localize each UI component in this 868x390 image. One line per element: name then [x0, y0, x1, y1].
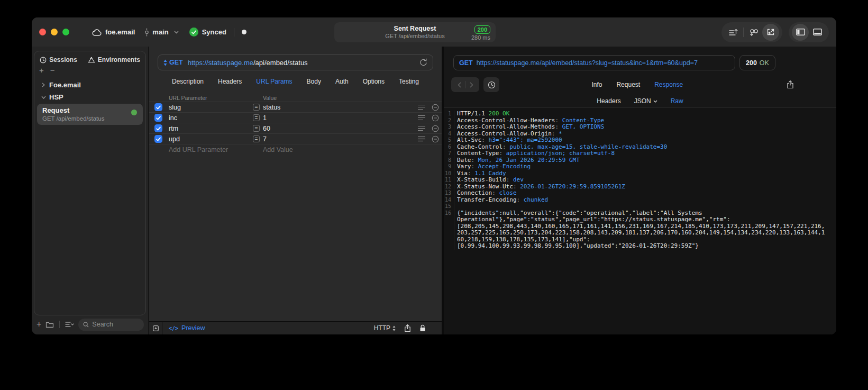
resend-request-button[interactable]: [419, 58, 427, 67]
tree-group-foe-email[interactable]: Foe.email: [34, 79, 145, 91]
sidebar-footer: + Search: [36, 318, 144, 331]
tab-description[interactable]: Description: [172, 78, 204, 87]
export-button[interactable]: [404, 324, 411, 332]
tab-info[interactable]: Info: [591, 81, 602, 88]
toggle-sidebar-button[interactable]: [792, 24, 809, 41]
new-request-button[interactable]: +: [36, 321, 41, 328]
minimize-window-button[interactable]: [51, 29, 58, 35]
project-menu[interactable]: foe.email: [92, 28, 135, 36]
code-line: [0,99.94,100,99.93,99.98,99.95,100],"upd…: [444, 243, 836, 250]
param-value-field[interactable]: 7: [263, 135, 418, 143]
remove-row-button[interactable]: [432, 114, 439, 122]
branch-name: main: [152, 28, 168, 36]
code-token: :: [471, 163, 478, 170]
add-session-button[interactable]: +: [39, 67, 44, 74]
tab-auth[interactable]: Auth: [335, 78, 349, 87]
summary-title: Sent Request: [385, 25, 444, 33]
line-number: 8: [444, 157, 454, 164]
param-name-field[interactable]: inc: [169, 114, 253, 122]
remove-row-button[interactable]: [432, 125, 439, 132]
method-label[interactable]: GET: [169, 59, 183, 66]
list-options-button[interactable]: [65, 321, 74, 328]
add-param-value-placeholder[interactable]: Add Value: [263, 146, 293, 153]
request-status-dot: [131, 110, 137, 115]
code-line-text: Transfer-Encoding: chunked: [454, 197, 836, 204]
equals-type-icon[interactable]: =: [253, 135, 260, 142]
tab-request[interactable]: Request: [616, 81, 640, 88]
tab-options[interactable]: Options: [363, 78, 385, 87]
param-checkbox[interactable]: [154, 114, 162, 122]
url-host[interactable]: https://statuspage.me: [188, 59, 253, 67]
tree-group-hsp[interactable]: HSP: [34, 91, 145, 103]
code-token: Content-Type: [562, 117, 604, 124]
remove-row-button[interactable]: [432, 135, 439, 143]
method-selector-arrows-icon: [163, 59, 167, 66]
equals-type-icon[interactable]: =: [253, 125, 260, 132]
sidebar: Sessions Environments + −: [32, 47, 149, 334]
row-options-icon[interactable]: [418, 104, 425, 110]
history-button[interactable]: [483, 77, 499, 92]
param-value-field[interactable]: 60: [263, 125, 418, 132]
sent-request-url[interactable]: GET https://statuspage.me/api/embed/stat…: [453, 55, 735, 70]
request-list-item-selected[interactable]: Request GET /api/embed/status: [37, 104, 143, 125]
sessions-panel: Sessions Environments + −: [34, 51, 146, 315]
tab-body[interactable]: Body: [307, 78, 321, 87]
response-view-tabs: HeadersJSONRaw: [444, 95, 836, 108]
row-options-icon[interactable]: [418, 136, 425, 142]
param-checkbox[interactable]: [154, 124, 162, 132]
zoom-window-button[interactable]: [62, 29, 69, 35]
add-param-row[interactable]: Add URL Parameter Add Value: [149, 144, 442, 155]
param-value-field[interactable]: 1: [263, 114, 418, 122]
close-window-button[interactable]: [39, 29, 46, 35]
import-request-button[interactable]: [762, 24, 779, 41]
param-name-field[interactable]: rtm: [169, 125, 253, 132]
param-checkbox[interactable]: [154, 103, 162, 111]
row-options-icon[interactable]: [418, 115, 425, 121]
sent-request-summary[interactable]: Sent Request GET /api/embed/status 200 2…: [334, 22, 496, 42]
view-tab-label: JSON: [634, 97, 651, 105]
remove-row-button[interactable]: [432, 104, 439, 111]
code-icon: </>: [169, 325, 178, 331]
tab-url-params[interactable]: URL Params: [256, 78, 292, 87]
code-token: 200 OK: [489, 110, 510, 117]
preview-button[interactable]: </> Preview: [169, 324, 205, 332]
row-options-icon[interactable]: [418, 125, 425, 131]
preview-label: Preview: [181, 324, 205, 332]
toggle-bottom-panel-button[interactable]: [809, 24, 826, 41]
tab-response[interactable]: Response: [654, 81, 683, 88]
new-folder-button[interactable]: [45, 321, 54, 328]
request-url-bar[interactable]: GET https://statuspage.me /api/embed/sta…: [158, 55, 433, 70]
equals-type-icon[interactable]: =: [253, 104, 260, 111]
code-token: 60,218,159,138,178,135,173,141],"upd":: [457, 236, 590, 243]
expand-editor-button[interactable]: [149, 322, 162, 334]
send-queue-button[interactable]: [725, 24, 742, 41]
protocol-selector[interactable]: HTTP: [374, 324, 396, 332]
view-tab-raw[interactable]: Raw: [671, 97, 683, 105]
remove-session-button[interactable]: −: [50, 67, 55, 74]
lock-button[interactable]: [419, 324, 426, 332]
search-input[interactable]: Search: [78, 319, 144, 331]
param-value-field[interactable]: status: [263, 104, 418, 111]
equals-type-icon[interactable]: =: [253, 114, 260, 121]
view-tab-headers[interactable]: Headers: [597, 97, 620, 105]
sidebar-tab-environments[interactable]: Environments: [88, 56, 140, 64]
add-param-name-placeholder[interactable]: Add URL Parameter: [169, 146, 253, 153]
param-name-field[interactable]: upd: [169, 135, 253, 143]
branch-sync-button[interactable]: [745, 24, 762, 41]
tab-testing[interactable]: Testing: [399, 78, 419, 87]
param-name-field[interactable]: slug: [169, 104, 253, 111]
forward-button[interactable]: [465, 79, 477, 90]
import-request-icon: [766, 28, 775, 36]
param-checkbox[interactable]: [154, 135, 162, 143]
url-path[interactable]: /api/embed/status: [253, 59, 308, 67]
tab-headers[interactable]: Headers: [218, 78, 242, 87]
code-token: Alt-Svc: [457, 137, 481, 143]
footer-divider: [59, 321, 60, 328]
back-button[interactable]: [453, 79, 465, 90]
share-icon: [404, 324, 411, 332]
sidebar-tab-sessions[interactable]: Sessions: [40, 56, 77, 64]
branch-selector[interactable]: main: [144, 28, 178, 37]
sync-status[interactable]: Synced: [189, 28, 226, 37]
view-tab-json[interactable]: JSON: [634, 97, 657, 105]
share-response-button[interactable]: [787, 80, 794, 89]
